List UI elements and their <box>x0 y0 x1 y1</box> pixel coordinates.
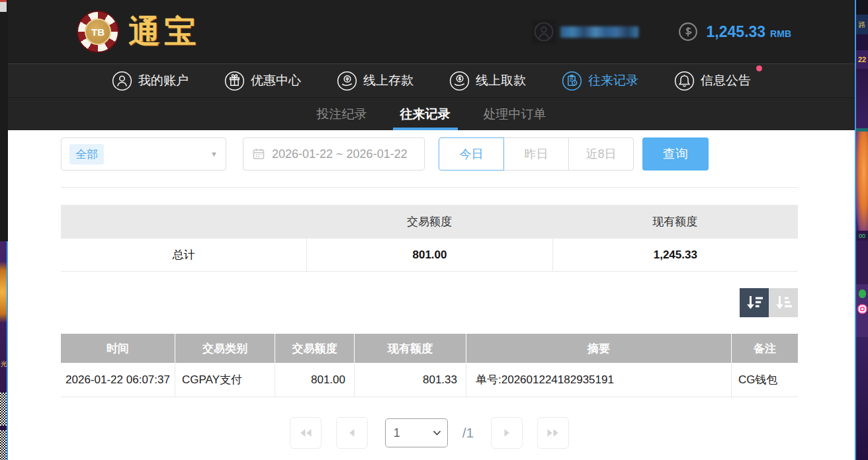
sort-ascending-button[interactable] <box>769 288 798 317</box>
clipboard-clock-icon <box>562 71 582 91</box>
browser-window: TB 通宝 1,245.33 <box>8 0 855 460</box>
username-redacted[interactable] <box>560 26 638 38</box>
wallet-dollar-icon <box>678 22 698 42</box>
background-window-left: 光 <box>0 0 8 460</box>
tab-transaction-records[interactable]: 往来记录 <box>398 98 453 130</box>
notification-dot <box>756 65 762 71</box>
nav-item-records[interactable]: 往来记录 <box>562 71 638 91</box>
cell-summary: 单号:202601224182935191 <box>466 363 732 397</box>
date-range-value: 2026-01-22 ~ 2026-01-22 <box>272 147 408 161</box>
cell-balance: 801.33 <box>355 363 466 397</box>
nav-label: 线上取款 <box>476 72 526 89</box>
gift-icon <box>224 71 245 91</box>
col-summary: 摘要 <box>466 334 732 363</box>
page-select[interactable]: 1 <box>385 418 448 447</box>
page-select-wrap: 1 <box>385 418 448 447</box>
summary-col-empty <box>61 205 306 239</box>
nav-item-withdrawal[interactable]: 线上取款 <box>449 71 526 91</box>
withdraw-coin-icon <box>449 71 470 91</box>
chevron-down-icon: ▼ <box>210 150 218 158</box>
nav-item-account[interactable]: 我的账户 <box>112 71 189 91</box>
nav-label: 优惠中心 <box>251 72 301 89</box>
col-amount: 交易额度 <box>275 334 355 363</box>
category-select[interactable]: 全部 ▼ <box>61 137 226 171</box>
candy-green-graphic <box>859 289 866 298</box>
sort-controls <box>61 288 798 317</box>
main-nav: 我的账户 优惠中心 <box>8 63 855 97</box>
window-border <box>855 0 856 460</box>
user-area: 1,245.33 RMB <box>534 0 791 63</box>
page-content: 全部 ▼ 2026-01-22 ~ 2026-01-22 今日 <box>61 137 798 449</box>
next-page-button[interactable] <box>491 417 523 449</box>
poker-chip-icon: TB <box>77 11 119 53</box>
record-tabs: 投注纪录 往来记录 处理中订单 <box>8 97 855 130</box>
lollipop-graphic <box>857 304 867 314</box>
nav-item-deposit[interactable]: 线上存款 <box>337 71 413 91</box>
summary-table: 交易额度 现有额度 总计 801.00 1,245.33 <box>61 205 798 272</box>
screen: 光 TB 通宝 <box>0 0 868 460</box>
search-button[interactable]: 查询 <box>642 137 709 171</box>
nav-label: 我的账户 <box>138 72 189 89</box>
table-row: 2026-01-22 06:07:37 CGPAY支付 801.00 801.3… <box>61 363 798 397</box>
background-right-purple <box>856 69 868 128</box>
summary-col-balance: 现有额度 <box>552 205 798 239</box>
background-candy-graphic <box>856 284 868 337</box>
cell-type: CGPAY支付 <box>175 363 275 397</box>
page-total: /1 <box>462 425 474 441</box>
selected-category-tag: 全部 <box>69 144 104 165</box>
cell-time: 2026-01-22 06:07:37 <box>61 363 175 397</box>
deposit-coin-icon <box>337 71 357 91</box>
summary-total-label: 总计 <box>61 239 306 271</box>
background-right-dark <box>856 34 868 50</box>
quick-range-today[interactable]: 今日 <box>439 137 504 171</box>
col-note: 备注 <box>732 334 798 363</box>
balance-currency: RMB <box>770 28 791 39</box>
cell-amount: 801.00 <box>275 363 355 397</box>
col-balance: 现有额度 <box>355 334 466 363</box>
last-page-button[interactable] <box>537 417 569 449</box>
sort-descending-button[interactable] <box>740 288 769 317</box>
nav-label: 线上存款 <box>363 72 413 89</box>
background-right-gold-text: 22 <box>856 50 868 69</box>
background-window-left-top <box>0 0 7 12</box>
user-avatar-icon[interactable] <box>534 22 554 42</box>
col-type: 交易类别 <box>175 334 275 363</box>
chip-label: TB <box>85 19 111 45</box>
background-right-purple2 <box>856 241 868 284</box>
nav-label: 信息公告 <box>701 72 751 89</box>
nav-label: 往来记录 <box>588 72 638 89</box>
summary-header-row: 交易额度 现有额度 <box>61 205 798 239</box>
summary-amount-value: 801.00 <box>306 239 552 271</box>
background-right-bottom <box>856 337 868 460</box>
background-window-right: 路 22 00 <box>855 0 868 460</box>
first-page-button[interactable] <box>290 417 322 449</box>
user-icon <box>112 71 132 91</box>
prev-page-button[interactable] <box>336 417 368 449</box>
records-header-row: 时间 交易类别 交易额度 现有额度 摘要 备注 <box>61 334 798 363</box>
quick-range-last8days[interactable]: 近8日 <box>568 137 634 171</box>
balance-amount: 1,245.33 <box>707 23 766 41</box>
background-fish-graphic <box>856 132 868 231</box>
section-divider <box>61 187 798 188</box>
tab-bet-records[interactable]: 投注纪录 <box>315 98 369 130</box>
pagination: 1 /1 <box>61 417 798 449</box>
date-range-picker[interactable]: 2026-01-22 ~ 2026-01-22 <box>243 137 425 171</box>
filter-bar: 全部 ▼ 2026-01-22 ~ 2026-01-22 今日 <box>61 137 798 171</box>
brand-name: 通宝 <box>128 11 200 53</box>
col-time: 时间 <box>61 334 175 363</box>
background-right-top <box>856 0 868 15</box>
site-header: TB 通宝 1,245.33 <box>8 0 855 63</box>
summary-col-amount: 交易额度 <box>306 205 552 239</box>
background-right-text: 路 <box>856 15 868 34</box>
summary-total-row: 总计 801.00 1,245.33 <box>61 239 798 272</box>
background-right-green-text: 00 <box>856 231 868 241</box>
summary-balance-value: 1,245.33 <box>552 239 798 271</box>
quick-range-yesterday[interactable]: 昨日 <box>503 137 569 171</box>
nav-item-promotions[interactable]: 优惠中心 <box>224 71 301 91</box>
nav-item-announcements[interactable]: 信息公告 <box>674 71 751 91</box>
calendar-icon <box>252 147 265 161</box>
records-table: 时间 交易类别 交易额度 现有额度 摘要 备注 2026-01-22 06:07… <box>61 334 798 397</box>
tab-pending-orders[interactable]: 处理中订单 <box>482 98 548 130</box>
bell-icon <box>674 71 695 91</box>
brand-logo[interactable]: TB 通宝 <box>77 11 200 53</box>
